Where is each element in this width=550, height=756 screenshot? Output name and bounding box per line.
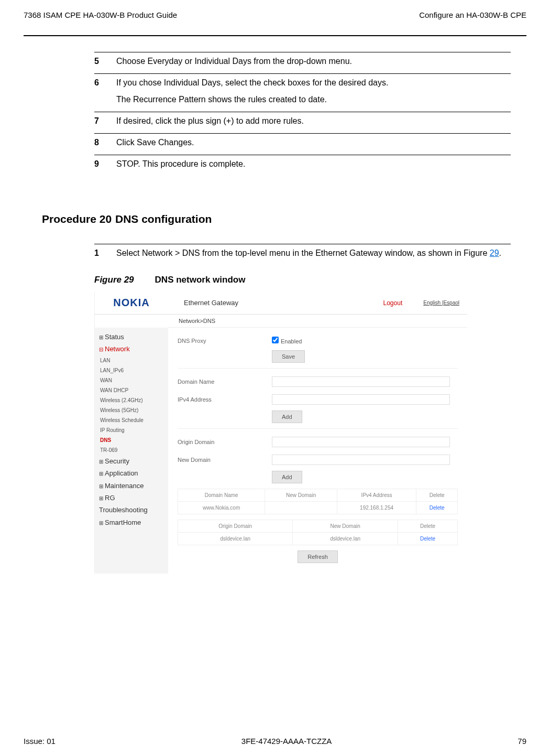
- table-row: www.Nokia.com 192.168.1.254 Delete: [178, 502, 458, 514]
- figure-caption: Figure 29DNS network window: [94, 275, 511, 285]
- lang-links[interactable]: English |Espaol: [423, 300, 459, 306]
- sidebar-sub-lan-ipv6[interactable]: LAN_IPv6: [100, 365, 164, 375]
- step-num: 9: [94, 159, 116, 169]
- step-num: 8: [94, 138, 116, 147]
- th-domain-name: Domain Name: [178, 489, 265, 502]
- cell-domain-name: www.Nokia.com: [178, 502, 265, 514]
- th-delete-2: Delete: [398, 520, 458, 533]
- cell-new-domain: [265, 502, 337, 514]
- shot-header: NOKIA Ethernet Gateway Logout English |E…: [95, 291, 467, 315]
- footer-docid: 3FE-47429-AAAA-TCZZA: [241, 737, 332, 746]
- table-row: dsldevice.lan dsldevice.lan Delete: [178, 533, 458, 545]
- step-7: 7If desired, click the plus sign (+) to …: [94, 112, 511, 133]
- step-8: 8Click Save Changes.: [94, 133, 511, 155]
- step-num: 7: [94, 116, 116, 126]
- th-ipv4: IPv4 Address: [337, 489, 416, 502]
- breadcrumb: Network>DNS: [168, 315, 467, 328]
- step-6: 6If you chose Individual Days, select th…: [94, 73, 511, 112]
- save-button[interactable]: Save: [272, 350, 305, 363]
- footer-page-number: 79: [518, 737, 526, 746]
- add-button-2[interactable]: Add: [272, 471, 302, 483]
- step-text: If desired, click the plus sign (+) to a…: [116, 116, 507, 126]
- dns-proxy-checkbox[interactable]: [272, 337, 279, 343]
- sidebar-item-smarthome[interactable]: SmartHome: [99, 516, 164, 528]
- procedure-heading: Procedure 20DNS configuration: [42, 213, 511, 225]
- gateway-title: Ethernet Gateway: [168, 299, 383, 307]
- sidebar-sub-wireless-schedule[interactable]: Wireless Schedule: [100, 415, 164, 425]
- cell-new-domain-2: dsldevice.lan: [293, 533, 398, 545]
- step-5: 5Choose Everyday or Individual Days from…: [94, 52, 511, 73]
- step-text: Select Network > DNS from the top-level …: [116, 249, 507, 258]
- origin-new-table: Origin Domain New Domain Delete dsldevic…: [178, 520, 458, 545]
- sidebar-sub-ip-routing[interactable]: IP Routing: [100, 425, 164, 435]
- sidebar-sub-wireless-5[interactable]: Wireless (5GHz): [100, 405, 164, 415]
- enabled-label: Enabled: [281, 338, 302, 344]
- th-delete: Delete: [416, 489, 458, 502]
- ipv4-address-label: IPv4 Address: [178, 396, 272, 403]
- th-origin-domain: Origin Domain: [178, 520, 293, 533]
- header-right: Configure an HA-030W-B CPE: [419, 10, 526, 19]
- step-text: If you chose Individual Days, select the…: [116, 78, 507, 88]
- cell-origin-domain: dsldevice.lan: [178, 533, 293, 545]
- th-new-domain: New Domain: [265, 489, 337, 502]
- step-text: Click Save Changes.: [116, 138, 507, 147]
- origin-domain-input[interactable]: [272, 437, 450, 447]
- new-domain-label: New Domain: [178, 457, 272, 463]
- sidebar-item-maintenance[interactable]: Maintenance: [99, 480, 164, 492]
- dns-window-screenshot: NOKIA Ethernet Gateway Logout English |E…: [94, 291, 467, 574]
- table-header-row: Domain Name New Domain IPv4 Address Dele…: [178, 489, 458, 502]
- page-footer: Issue: 01 3FE-47429-AAAA-TCZZA 79: [24, 737, 526, 746]
- figure-link[interactable]: 29: [490, 249, 499, 257]
- sidebar-sub-wan-dhcp[interactable]: WAN DHCP: [100, 385, 164, 395]
- add-button-1[interactable]: Add: [272, 411, 302, 423]
- cell-ipv4: 192.168.1.254: [337, 502, 416, 514]
- sidebar-sub-lan[interactable]: LAN: [100, 355, 164, 365]
- new-domain-input[interactable]: [272, 455, 450, 465]
- sidebar: Status Network LAN LAN_IPv6 WAN WAN DHCP…: [95, 328, 168, 574]
- delete-link-2[interactable]: Delete: [398, 533, 458, 545]
- step-text: STOP. This procedure is complete.: [116, 159, 507, 169]
- step-1: 1Select Network > DNS from the top-level…: [94, 244, 511, 265]
- delete-link[interactable]: Delete: [416, 502, 458, 514]
- domain-name-label: Domain Name: [178, 379, 272, 385]
- procedure-title: DNS configuration: [115, 213, 212, 225]
- refresh-button[interactable]: Refresh: [298, 550, 338, 563]
- main-pane: DNS Proxy Enabled Save Domain Name IPv4 …: [168, 328, 467, 574]
- th-new-domain-2: New Domain: [293, 520, 398, 533]
- top-rule: [24, 35, 526, 36]
- procedure-number: Procedure 20: [42, 213, 115, 225]
- domain-name-input[interactable]: [272, 376, 450, 387]
- header-left: 7368 ISAM CPE HA-030W-B Product Guide: [24, 10, 177, 19]
- origin-domain-label: Origin Domain: [178, 439, 272, 445]
- brand-logo: NOKIA: [95, 297, 168, 309]
- ipv4-address-input[interactable]: [272, 394, 450, 405]
- sidebar-sub-dns[interactable]: DNS: [100, 435, 164, 445]
- sidebar-item-network[interactable]: Network: [99, 343, 164, 355]
- sidebar-item-application[interactable]: Application: [99, 467, 164, 479]
- step-num: 6: [94, 78, 116, 88]
- step-text: Choose Everyday or Individual Days from …: [116, 57, 507, 66]
- sidebar-item-status[interactable]: Status: [99, 331, 164, 343]
- step-num: 1: [94, 249, 116, 258]
- domain-ipv4-table: Domain Name New Domain IPv4 Address Dele…: [178, 489, 458, 514]
- footer-issue: Issue: 01: [24, 737, 56, 746]
- sidebar-sub-tr069[interactable]: TR-069: [100, 445, 164, 455]
- sidebar-sub-wan[interactable]: WAN: [100, 375, 164, 385]
- step-9: 9STOP. This procedure is complete.: [94, 155, 511, 176]
- table-header-row: Origin Domain New Domain Delete: [178, 520, 458, 533]
- sidebar-sub-wireless-24[interactable]: Wireless (2.4GHz): [100, 395, 164, 405]
- step-num: 5: [94, 57, 116, 66]
- sidebar-item-rg-troubleshooting[interactable]: RG Troubleshooting: [99, 492, 164, 516]
- sidebar-item-security[interactable]: Security: [99, 455, 164, 467]
- logout-link[interactable]: Logout: [383, 299, 403, 307]
- dns-proxy-label: DNS Proxy: [178, 338, 272, 344]
- step-subtext: The Recurrence Pattern shows the rules c…: [116, 95, 511, 104]
